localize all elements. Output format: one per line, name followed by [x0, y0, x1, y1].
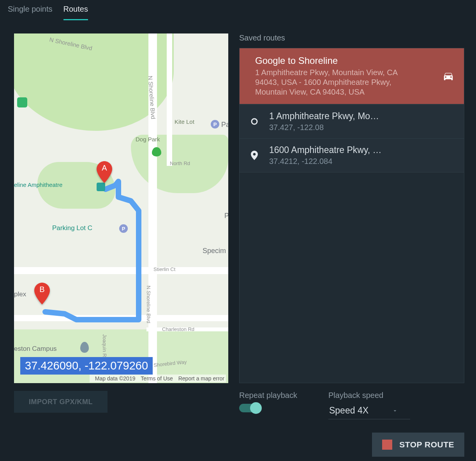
saved-route-item[interactable]: Google to Shoreline 1 Amphitheatre Pkwy,… — [240, 48, 464, 105]
parking-icon: P — [119, 224, 128, 233]
map-poi-label: Pa — [221, 121, 228, 129]
waypoint-address: 1600 Amphitheatre Pkwy, … — [269, 145, 382, 155]
map-decoration — [14, 267, 228, 274]
map-attr: Map data ©2019 — [95, 375, 136, 382]
map-pin-b[interactable]: B — [34, 283, 50, 304]
import-gpx-button[interactable]: IMPORT GPX/KML — [14, 391, 108, 413]
map-poi-label: Kite Lot — [175, 118, 194, 125]
svg-point-0 — [252, 119, 257, 124]
destination-icon — [250, 151, 259, 160]
map-pin-label: B — [34, 285, 50, 294]
parking-icon: P — [211, 120, 219, 128]
stop-icon — [382, 440, 392, 450]
poi-icon — [97, 183, 105, 191]
saved-routes-title: Saved routes — [239, 33, 464, 42]
route-description: 1 Amphitheatre Pkwy, Mountain View, CA 9… — [255, 68, 403, 97]
waypoint-coords: 37.4212, -122.084 — [269, 157, 382, 166]
repeat-playback-label: Repeat playback — [239, 391, 297, 400]
tab-routes[interactable]: Routes — [63, 5, 88, 20]
map-pin-label: A — [97, 164, 112, 172]
map-road-label: Stierlin Ct — [153, 266, 175, 272]
stop-route-label: STOP ROUTE — [399, 440, 454, 449]
poi-icon — [17, 97, 27, 107]
map-poi-label: Dog Park — [136, 136, 160, 143]
playback-speed-select[interactable]: Speed 4X — [328, 404, 410, 419]
map-road-label: N Shoreline Blvd — [146, 286, 152, 324]
map-decoration — [167, 33, 172, 166]
repeat-playback-toggle[interactable] — [239, 404, 260, 412]
waypoint-item[interactable]: 1600 Amphitheatre Pkwy, … 37.4212, -122.… — [240, 139, 464, 172]
waypoint-item[interactable]: 1 Amphitheatre Pkwy, Mo… 37.427, -122.08 — [240, 105, 464, 139]
map-road-label: Joaquin R — [102, 334, 108, 357]
waypoint-coords: 37.427, -122.08 — [269, 123, 379, 132]
coordinate-badge: 37.426090, -122.079260 — [20, 357, 153, 375]
map-road-label: North Rd — [170, 160, 190, 166]
map-attribution: Map data ©2019 Terms of Use Report a map… — [90, 375, 226, 382]
map-report-link[interactable]: Report a map error — [178, 375, 224, 382]
route-name: Google to Shoreline — [255, 55, 434, 66]
car-icon — [441, 70, 455, 82]
playback-speed-label: Playback speed — [328, 391, 410, 400]
playback-speed-value: Speed 4X — [329, 405, 368, 416]
poi-icon — [80, 342, 89, 353]
map-poi-label: P — [224, 212, 228, 220]
toggle-knob — [250, 402, 262, 414]
map-poi-label: eline Amphitheatre — [14, 181, 62, 188]
map-poi-label: eston Campus — [14, 345, 57, 353]
stop-route-button[interactable]: STOP ROUTE — [372, 433, 464, 457]
tabs: Single points Routes — [0, 0, 476, 20]
tree-icon — [152, 147, 161, 157]
chevron-down-icon — [392, 408, 398, 414]
map-terms-link[interactable]: Terms of Use — [141, 375, 173, 382]
route-list: Google to Shoreline 1 Amphitheatre Pkwy,… — [239, 48, 464, 383]
map-pin-a[interactable]: A — [97, 161, 112, 183]
map-canvas[interactable]: N Shoreline Blvd N Shoreline Blvd Kite L… — [14, 33, 228, 383]
map-poi-label: Parking Lot C — [52, 224, 92, 232]
map-poi-label: Specim — [203, 247, 226, 255]
tab-single-points[interactable]: Single points — [8, 5, 53, 20]
map-road-label: Charleston Rd — [162, 326, 194, 332]
map-decoration — [14, 315, 228, 321]
waypoint-address: 1 Amphitheatre Pkwy, Mo… — [269, 111, 379, 121]
map-poi-label: plex — [14, 290, 26, 298]
origin-icon — [250, 118, 259, 125]
list-spacer — [240, 172, 464, 383]
